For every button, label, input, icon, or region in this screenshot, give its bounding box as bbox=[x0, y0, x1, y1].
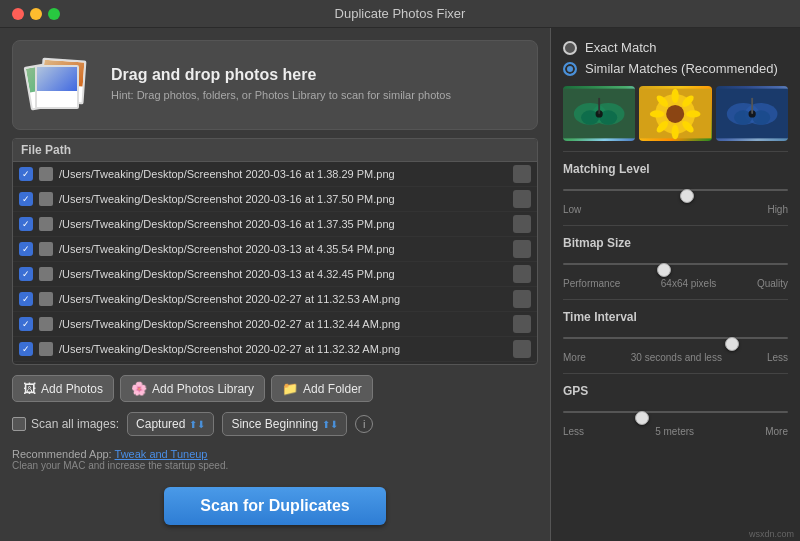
scroll-handle[interactable] bbox=[513, 215, 531, 233]
divider-2 bbox=[563, 225, 788, 226]
gps-section: GPS Less 5 meters More bbox=[563, 384, 788, 437]
file-checkbox[interactable] bbox=[19, 267, 33, 281]
file-name: /Users/Tweaking/Desktop/Screenshot 2020-… bbox=[59, 168, 395, 180]
add-photos-library-label: Add Photos Library bbox=[152, 382, 254, 396]
bitmap-size-labels: Performance 64x64 pixels Quality bbox=[563, 278, 788, 289]
gps-center: 5 meters bbox=[655, 426, 694, 437]
add-photos-button[interactable]: 🖼 Add Photos bbox=[12, 375, 114, 402]
file-icon bbox=[39, 167, 53, 181]
scan-btn-area: Scan for Duplicates bbox=[12, 479, 538, 529]
titlebar-buttons bbox=[12, 8, 60, 20]
table-row[interactable]: /Users/Tweaking/Desktop/Screenshot 2020-… bbox=[13, 312, 537, 337]
scan-for-duplicates-button[interactable]: Scan for Duplicates bbox=[164, 487, 385, 525]
matching-level-thumb[interactable] bbox=[680, 189, 694, 203]
scroll-handle[interactable] bbox=[513, 190, 531, 208]
table-row[interactable]: /Users/Tweaking/Desktop/Screenshot 2020-… bbox=[13, 262, 537, 287]
add-photos-library-icon: 🌸 bbox=[131, 381, 147, 396]
bitmap-size-thumb[interactable] bbox=[657, 263, 671, 277]
sample-images bbox=[563, 86, 788, 141]
app-link[interactable]: Tweak and Tuneup bbox=[115, 448, 208, 460]
scroll-handle[interactable] bbox=[513, 315, 531, 333]
time-interval-labels: More 30 seconds and less Less bbox=[563, 352, 788, 363]
footer-recommended: Recommended App: Tweak and Tuneup bbox=[12, 448, 538, 460]
minimize-button[interactable] bbox=[30, 8, 42, 20]
time-interval-less: Less bbox=[767, 352, 788, 363]
file-list-container: File Path /Users/Tweaking/Desktop/Screen… bbox=[12, 138, 538, 365]
photo-card-3 bbox=[35, 65, 79, 109]
gps-line bbox=[563, 411, 788, 413]
recommended-text: Recommended App: bbox=[12, 448, 112, 460]
bitmap-size-track[interactable] bbox=[563, 254, 788, 274]
svg-point-12 bbox=[686, 110, 700, 117]
file-icon bbox=[39, 267, 53, 281]
exact-match-option[interactable]: Exact Match bbox=[563, 40, 788, 55]
captured-dropdown[interactable]: Captured ⬆⬇ bbox=[127, 412, 214, 436]
table-row[interactable]: /Users/Tweaking/Desktop/Screenshot 2020-… bbox=[13, 362, 537, 364]
gps-labels: Less 5 meters More bbox=[563, 426, 788, 437]
file-icon bbox=[39, 342, 53, 356]
scroll-handle[interactable] bbox=[513, 165, 531, 183]
exact-match-radio[interactable] bbox=[563, 41, 577, 55]
scroll-handle[interactable] bbox=[513, 265, 531, 283]
svg-rect-6 bbox=[598, 98, 600, 114]
drop-zone-hint: Hint: Drag photos, folders, or Photos Li… bbox=[111, 88, 451, 103]
file-name: /Users/Tweaking/Desktop/Screenshot 2020-… bbox=[59, 293, 400, 305]
bitmap-size-quality: Quality bbox=[757, 278, 788, 289]
matching-level-line bbox=[563, 189, 788, 191]
gps-label: GPS bbox=[563, 384, 788, 398]
file-checkbox[interactable] bbox=[19, 242, 33, 256]
similar-match-radio[interactable] bbox=[563, 62, 577, 76]
maximize-button[interactable] bbox=[48, 8, 60, 20]
file-checkbox[interactable] bbox=[19, 342, 33, 356]
time-interval-section: Time Interval More 30 seconds and less L… bbox=[563, 310, 788, 363]
similar-match-option[interactable]: Similar Matches (Recommended) bbox=[563, 61, 788, 76]
since-beginning-dropdown[interactable]: Since Beginning ⬆⬇ bbox=[222, 412, 347, 436]
right-panel: Exact Match Similar Matches (Recommended… bbox=[550, 28, 800, 541]
table-row[interactable]: /Users/Tweaking/Desktop/Screenshot 2020-… bbox=[13, 337, 537, 362]
file-checkbox[interactable] bbox=[19, 292, 33, 306]
gps-track[interactable] bbox=[563, 402, 788, 422]
scan-all-images-checkbox[interactable] bbox=[12, 417, 26, 431]
info-button[interactable]: i bbox=[355, 415, 373, 433]
close-button[interactable] bbox=[12, 8, 24, 20]
gps-thumb[interactable] bbox=[635, 411, 649, 425]
scroll-handle[interactable] bbox=[513, 290, 531, 308]
file-checkbox[interactable] bbox=[19, 317, 33, 331]
bitmap-size-label: Bitmap Size bbox=[563, 236, 788, 250]
table-row[interactable]: /Users/Tweaking/Desktop/Screenshot 2020-… bbox=[13, 237, 537, 262]
add-folder-button[interactable]: 📁 Add Folder bbox=[271, 375, 373, 402]
bitmap-size-section: Bitmap Size Performance 64x64 pixels Qua… bbox=[563, 236, 788, 289]
drop-zone-heading: Drag and drop photos here bbox=[111, 66, 451, 84]
scroll-handle[interactable] bbox=[513, 240, 531, 258]
window-title: Duplicate Photos Fixer bbox=[335, 6, 466, 21]
add-photos-label: Add Photos bbox=[41, 382, 103, 396]
captured-dropdown-arrow: ⬆⬇ bbox=[189, 419, 205, 430]
footer: Recommended App: Tweak and Tuneup Clean … bbox=[12, 444, 538, 471]
gps-less: Less bbox=[563, 426, 584, 437]
svg-point-14 bbox=[672, 125, 679, 139]
add-photos-library-button[interactable]: 🌸 Add Photos Library bbox=[120, 375, 265, 402]
file-name: /Users/Tweaking/Desktop/Screenshot 2020-… bbox=[59, 343, 400, 355]
file-checkbox[interactable] bbox=[19, 192, 33, 206]
file-checkbox[interactable] bbox=[19, 217, 33, 231]
time-interval-thumb[interactable] bbox=[725, 337, 739, 351]
bitmap-size-center: 64x64 pixels bbox=[661, 278, 717, 289]
scroll-handle[interactable] bbox=[513, 340, 531, 358]
matching-level-track[interactable] bbox=[563, 180, 788, 200]
table-row[interactable]: /Users/Tweaking/Desktop/Screenshot 2020-… bbox=[13, 162, 537, 187]
scan-all-images-text: Scan all images: bbox=[31, 417, 119, 431]
file-checkbox[interactable] bbox=[19, 167, 33, 181]
file-name: /Users/Tweaking/Desktop/Screenshot 2020-… bbox=[59, 193, 395, 205]
time-interval-track[interactable] bbox=[563, 328, 788, 348]
scan-all-images-label[interactable]: Scan all images: bbox=[12, 417, 119, 431]
table-row[interactable]: /Users/Tweaking/Desktop/Screenshot 2020-… bbox=[13, 187, 537, 212]
drop-zone[interactable]: Drag and drop photos here Hint: Drag pho… bbox=[12, 40, 538, 130]
time-interval-more: More bbox=[563, 352, 586, 363]
divider-4 bbox=[563, 373, 788, 374]
table-row[interactable]: /Users/Tweaking/Desktop/Screenshot 2020-… bbox=[13, 287, 537, 312]
table-row[interactable]: /Users/Tweaking/Desktop/Screenshot 2020-… bbox=[13, 212, 537, 237]
matching-level-label: Matching Level bbox=[563, 162, 788, 176]
divider-1 bbox=[563, 151, 788, 152]
file-list-scroll[interactable]: /Users/Tweaking/Desktop/Screenshot 2020-… bbox=[13, 162, 537, 364]
svg-point-16 bbox=[650, 110, 664, 117]
